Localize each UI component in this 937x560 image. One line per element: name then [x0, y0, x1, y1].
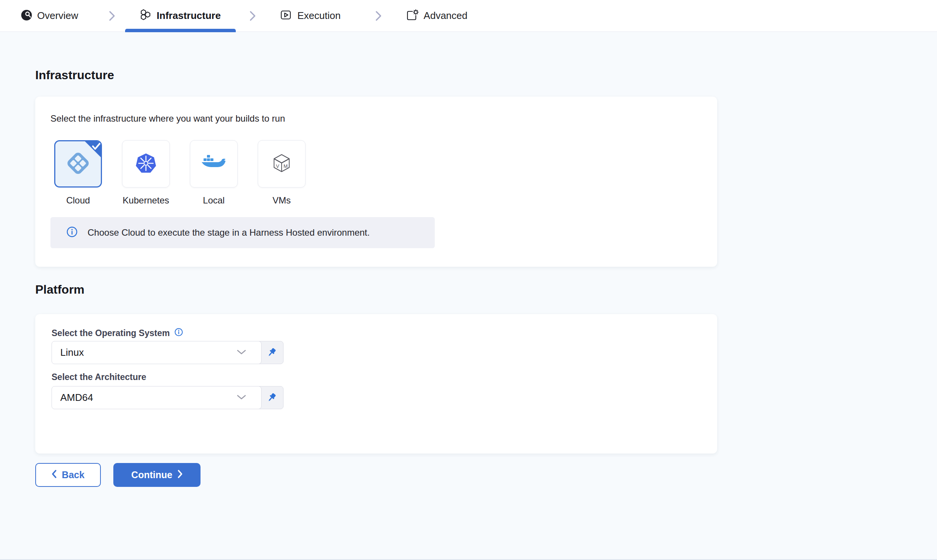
overview-icon	[21, 9, 32, 22]
info-icon	[66, 226, 78, 239]
tile-label-vms: VMs	[273, 195, 291, 206]
arch-field-label: Select the Architecture	[52, 372, 146, 382]
arch-field-label-row: Select the Architecture	[52, 372, 146, 382]
chevron-down-icon	[237, 394, 246, 401]
infrastructure-option-kubernetes: Kubernetes	[122, 140, 170, 206]
local-tile[interactable]	[190, 140, 238, 188]
chevron-right-icon	[249, 10, 257, 22]
tab-infrastructure[interactable]: Infrastructure	[139, 0, 221, 32]
tab-overview-label: Overview	[37, 10, 78, 22]
stage-tabs-bar: Overview Infrastructure	[0, 0, 937, 32]
svg-text:V: V	[276, 163, 279, 169]
infrastructure-option-cloud: Cloud	[54, 140, 102, 206]
pin-icon	[266, 347, 277, 358]
back-button-label: Back	[62, 469, 85, 480]
chevron-right-icon	[108, 10, 116, 22]
chevron-right-icon	[177, 469, 183, 481]
svg-text:M: M	[284, 163, 288, 169]
infrastructure-option-vms: V M VMs	[258, 140, 306, 206]
advanced-icon	[406, 9, 419, 23]
infrastructure-card: Select the infrastructure where you want…	[35, 97, 717, 267]
active-tab-underline	[125, 29, 236, 32]
pin-icon	[266, 393, 277, 403]
os-select-group: Linux	[52, 341, 284, 364]
tile-label-kubernetes: Kubernetes	[123, 195, 169, 206]
tab-execution-label: Execution	[297, 10, 340, 22]
continue-button-label: Continue	[131, 469, 172, 480]
info-icon[interactable]	[174, 328, 183, 339]
infrastructure-options: Cloud	[54, 140, 306, 206]
tab-advanced[interactable]: Advanced	[406, 0, 468, 32]
infrastructure-section-heading: Infrastructure	[35, 68, 114, 82]
vms-tile[interactable]: V M	[258, 140, 306, 188]
chevron-right-icon	[375, 10, 382, 22]
arch-select-group: AMD64	[52, 386, 284, 409]
platform-section-heading: Platform	[35, 283, 85, 297]
cloud-info-text: Choose Cloud to execute the stage in a H…	[88, 227, 370, 238]
infrastructure-prompt: Select the infrastructure where you want…	[50, 113, 285, 124]
vm-cube-icon: V M	[271, 153, 292, 175]
tab-overview[interactable]: Overview	[21, 0, 78, 32]
arch-select[interactable]: AMD64	[52, 386, 262, 409]
selected-check-icon	[83, 140, 102, 161]
infrastructure-option-local: Local	[190, 140, 238, 206]
tile-label-cloud: Cloud	[66, 195, 90, 206]
os-field-label: Select the Operating System	[52, 328, 170, 338]
os-selected-value: Linux	[60, 347, 237, 358]
tab-advanced-label: Advanced	[424, 10, 468, 22]
back-button[interactable]: Back	[35, 463, 101, 487]
execution-icon	[280, 9, 292, 23]
tile-label-local: Local	[203, 195, 224, 206]
kubernetes-tile[interactable]	[122, 140, 170, 188]
docker-whale-icon	[201, 154, 226, 174]
infrastructure-icon	[139, 9, 152, 23]
cloud-info-banner: Choose Cloud to execute the stage in a H…	[50, 217, 435, 248]
chevron-down-icon	[237, 349, 246, 356]
tab-infrastructure-label: Infrastructure	[157, 10, 221, 22]
kubernetes-icon	[135, 152, 157, 176]
continue-button[interactable]: Continue	[113, 463, 201, 487]
os-select[interactable]: Linux	[52, 341, 262, 364]
arch-selected-value: AMD64	[60, 392, 237, 404]
tab-execution[interactable]: Execution	[280, 0, 340, 32]
cloud-tile[interactable]	[54, 140, 102, 188]
platform-card: Select the Operating System	[35, 314, 717, 454]
pipeline-stage-config-page: Overview Infrastructure	[0, 0, 937, 560]
chevron-left-icon	[52, 469, 57, 481]
os-field-label-row: Select the Operating System	[52, 328, 183, 339]
